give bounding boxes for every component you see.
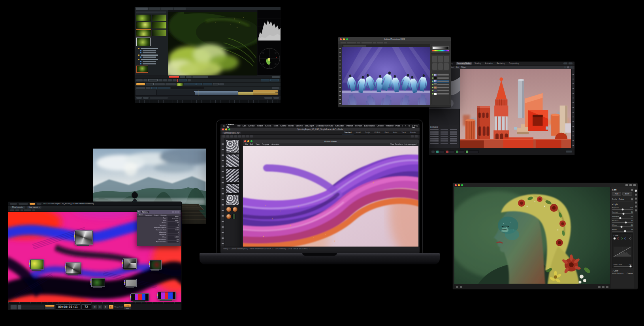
toolbar[interactable]: [338, 44, 342, 105]
channel-rgb-icon[interactable]: [614, 237, 616, 239]
menu-item[interactable]: Select: [265, 124, 271, 127]
status-alert-chip[interactable]: [30, 203, 35, 205]
property-value[interactable]: On: [168, 241, 179, 243]
texture-thumbnail[interactable]: [226, 183, 239, 194]
menu-item[interactable]: MoGraph: [305, 124, 314, 127]
viewport-menu-item[interactable]: Object: [461, 66, 466, 68]
slider-knob[interactable]: [620, 217, 621, 219]
tool-option[interactable]: [384, 42, 387, 43]
adjustment-slider[interactable]: Exposure 0.25: [612, 207, 633, 210]
document-tab[interactable]: SpinningRopes_X0*: [222, 132, 241, 134]
property-value[interactable]: 0.60: [168, 229, 179, 231]
property-value[interactable]: On: [168, 238, 179, 240]
search-icon[interactable]: [405, 124, 406, 127]
slider-track[interactable]: [612, 209, 633, 210]
grading-tab[interactable]: [174, 8, 186, 10]
tool-option[interactable]: [377, 42, 383, 43]
profile-row[interactable]: Profile Color ▾: [612, 197, 633, 202]
visibility-icon[interactable]: [432, 77, 433, 79]
edit-icon[interactable]: [172, 211, 174, 213]
bw-button[interactable]: B&W: [622, 192, 632, 196]
tool-option[interactable]: [373, 42, 376, 43]
material-sphere[interactable]: [232, 207, 238, 212]
frame-display[interactable]: 72: [81, 304, 91, 309]
clip-thumbnail[interactable]: [136, 66, 148, 73]
menu-item[interactable]: Animate: [326, 124, 333, 127]
slider-knob[interactable]: [621, 209, 623, 211]
zoom-button[interactable]: [461, 184, 463, 186]
grading-tab[interactable]: [136, 8, 148, 10]
play-button[interactable]: ▶: [109, 305, 113, 309]
apple-logo-icon[interactable]: [223, 124, 225, 127]
properties-tab[interactable]: Common: [160, 214, 167, 216]
menu-item[interactable]: Help: [395, 124, 400, 127]
slider-knob[interactable]: [624, 230, 626, 232]
workspace-tab[interactable]: Compositing: [508, 62, 520, 65]
cinema4d-tool-rail[interactable]: [220, 138, 225, 247]
node-chip[interactable]: [456, 150, 464, 153]
status-button[interactable]: [264, 97, 272, 99]
timecode-display[interactable]: 00:00:01:11: [56, 304, 80, 309]
minimize-button[interactable]: [458, 184, 460, 186]
toolbar-icon[interactable]: [24, 209, 31, 211]
canvas[interactable]: [342, 47, 430, 105]
toolbar-icon[interactable]: [250, 135, 253, 138]
layout-tab[interactable]: New Layout +: [27, 206, 42, 209]
effect-button[interactable]: [203, 83, 212, 85]
compare-view-icon[interactable]: [460, 286, 462, 288]
viewlayer-selector[interactable]: [569, 62, 572, 64]
toolbar-icon[interactable]: [226, 135, 229, 138]
grid-view-icon[interactable]: [629, 184, 632, 186]
visibility-icon[interactable]: [432, 93, 433, 94]
menu-item[interactable]: Octane: [377, 124, 384, 127]
layer-row[interactable]: [432, 77, 449, 79]
tool-button[interactable]: [143, 79, 147, 81]
strip-button[interactable]: [186, 76, 192, 78]
adjustment-slider[interactable]: Highlights -25: [612, 215, 633, 219]
view-option[interactable]: [261, 79, 269, 81]
strip-button[interactable]: [192, 76, 208, 78]
filmstrip-toggle-icon[interactable]: [456, 286, 458, 288]
point-curve-knob[interactable]: [630, 266, 632, 268]
step-forward-button[interactable]: ▶: [104, 305, 108, 309]
step-back-button[interactable]: [158, 79, 162, 81]
option-button[interactable]: [158, 87, 170, 89]
property-value[interactable]: 2.00: [168, 226, 179, 228]
slider-track[interactable]: [612, 218, 633, 219]
workspace-tab[interactable]: Rendering: [495, 62, 506, 65]
toolbar-icon[interactable]: [242, 135, 245, 138]
option-button[interactable]: [136, 87, 145, 89]
property-value[interactable]: 0.500: [168, 236, 179, 238]
cloud-sync-icon[interactable]: [625, 184, 628, 186]
toolbar-icon[interactable]: [234, 135, 237, 138]
active-effect-button[interactable]: [136, 83, 145, 85]
layer-row[interactable]: [432, 83, 449, 86]
window-controls[interactable]: [455, 184, 463, 186]
slider-knob[interactable]: [622, 213, 624, 215]
healing-icon[interactable]: [635, 198, 637, 200]
crop-icon[interactable]: [635, 194, 637, 196]
node-thumbnail[interactable]: [91, 278, 105, 287]
info-icon[interactable]: [602, 286, 604, 288]
layout-tab[interactable]: UV Edit: [372, 131, 382, 134]
effect-button[interactable]: [146, 83, 154, 85]
slider-track[interactable]: [612, 226, 633, 227]
view-transform[interactable]: View Transform: Un-tonemapped: [390, 143, 416, 145]
grading-tab[interactable]: [161, 8, 173, 10]
menu-item[interactable]: Spline: [280, 124, 286, 127]
effect-button[interactable]: [184, 83, 196, 85]
timeline-clip[interactable]: [195, 92, 238, 95]
profile-value[interactable]: Color ▾: [619, 198, 624, 200]
strip-button[interactable]: [272, 76, 280, 78]
loop-button[interactable]: Loop: [124, 304, 131, 307]
channel-green-icon[interactable]: [621, 237, 623, 239]
effect-button[interactable]: [213, 83, 218, 85]
share-icon[interactable]: [633, 184, 636, 186]
layer-row[interactable]: [432, 73, 449, 76]
node-chip[interactable]: [446, 150, 454, 153]
material-tag[interactable]: [232, 214, 235, 219]
visibility-icon[interactable]: [432, 90, 433, 91]
slider-track[interactable]: [612, 213, 633, 214]
presets-icon[interactable]: [635, 205, 637, 207]
property-value[interactable]: 1987: [168, 219, 179, 221]
